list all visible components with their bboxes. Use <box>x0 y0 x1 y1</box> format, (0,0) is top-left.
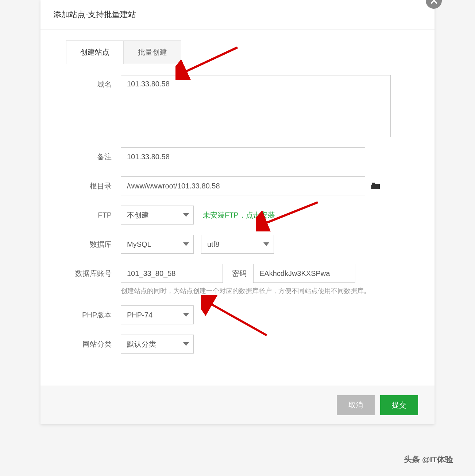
row-dbaccount: 数据库账号 密码 <box>66 264 409 283</box>
row-ftp: FTP 不创建 未安装FTP，点击安装 <box>66 206 409 225</box>
chevron-down-icon <box>183 342 189 346</box>
row-database: 数据库 MySQL utf8 <box>66 235 409 254</box>
row-remark: 备注 <box>66 147 409 166</box>
root-dir-input[interactable] <box>121 176 365 195</box>
label-database: 数据库 <box>66 239 121 249</box>
cancel-button[interactable]: 取消 <box>337 395 375 415</box>
tab-batch-create[interactable]: 批量创建 <box>124 40 181 64</box>
ftp-selected-value: 不创建 <box>127 210 149 220</box>
chevron-down-icon <box>183 213 189 217</box>
label-root: 根目录 <box>66 181 121 191</box>
category-select[interactable]: 默认分类 <box>121 335 194 354</box>
folder-icon[interactable] <box>371 182 381 190</box>
php-version-value: PHP-74 <box>127 311 152 319</box>
close-button[interactable]: ✕ <box>426 0 442 9</box>
label-dbaccount: 数据库账号 <box>66 269 121 278</box>
dbaccount-input[interactable] <box>121 264 223 283</box>
modal-footer: 取消 提交 <box>40 386 435 424</box>
remark-input[interactable] <box>121 147 365 166</box>
modal-header: 添加站点-支持批量建站 ✕ <box>40 0 435 30</box>
label-category: 网站分类 <box>66 339 121 349</box>
tabs: 创建站点 批量创建 <box>66 40 408 64</box>
label-ftp: FTP <box>66 211 121 219</box>
label-password: 密码 <box>232 269 247 278</box>
row-category: 网站分类 默认分类 <box>66 335 409 354</box>
tab-create-site[interactable]: 创建站点 <box>66 40 124 64</box>
chevron-down-icon <box>183 242 189 246</box>
row-root: 根目录 <box>66 176 409 195</box>
database-charset-value: utf8 <box>207 240 219 249</box>
database-charset-select[interactable]: utf8 <box>201 235 274 254</box>
row-domain: 域名 101.33.80.58 <box>66 75 409 137</box>
database-type-value: MySQL <box>127 240 151 249</box>
chevron-down-icon <box>263 242 269 246</box>
row-php: PHP版本 PHP-74 <box>66 305 409 324</box>
modal-title: 添加站点-支持批量建站 <box>53 9 422 20</box>
php-version-select[interactable]: PHP-74 <box>121 305 194 324</box>
category-value: 默认分类 <box>127 339 156 349</box>
database-type-select[interactable]: MySQL <box>121 235 194 254</box>
watermark: 头条 @IT体验 <box>404 454 453 465</box>
add-site-modal: 添加站点-支持批量建站 ✕ 创建站点 批量创建 域名 101.33.80.58 … <box>40 0 435 424</box>
chevron-down-icon <box>183 313 189 317</box>
label-remark: 备注 <box>66 152 121 162</box>
ftp-install-link[interactable]: 未安装FTP，点击安装 <box>203 210 275 220</box>
label-domain: 域名 <box>66 75 121 89</box>
password-input[interactable] <box>253 264 355 283</box>
submit-button[interactable]: 提交 <box>380 395 418 415</box>
db-hint-text: 创建站点的同时，为站点创建一个对应的数据库帐户，方便不同站点使用不同数据库。 <box>121 286 409 295</box>
form: 域名 101.33.80.58 备注 根目录 FTP 不创建 未安装FTP，点击… <box>40 64 435 386</box>
label-php: PHP版本 <box>66 310 121 320</box>
domain-input[interactable]: 101.33.80.58 <box>121 75 391 137</box>
ftp-select[interactable]: 不创建 <box>121 206 194 225</box>
